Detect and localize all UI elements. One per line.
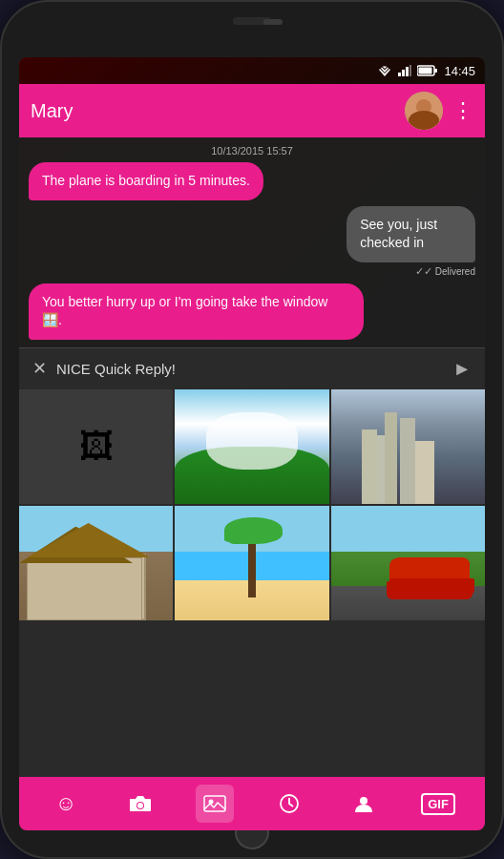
message-text-1: The plane is boarding in 5 minutes. (42, 173, 250, 188)
gif-button[interactable]: GIF (419, 785, 457, 823)
svg-rect-6 (410, 65, 411, 76)
photo-beach[interactable] (175, 506, 328, 620)
contact-name: Mary (31, 100, 395, 122)
message-bubble-2: See you, just checked in (346, 206, 475, 262)
svg-rect-8 (434, 69, 437, 73)
message-bubble-1: The plane is boarding in 5 minutes. (29, 162, 263, 200)
message-text-2: See you, just checked in (360, 217, 437, 251)
contact-button[interactable] (345, 785, 383, 823)
svg-rect-3 (398, 73, 401, 76)
delivery-status: ✓✓ Delivered (415, 265, 475, 278)
chat-container: Mary ⋮ 10/13/2015 15:57 The plane is boa… (19, 84, 485, 389)
close-icon[interactable]: ✕ (32, 358, 47, 379)
bottom-toolbar: ☺ (19, 777, 485, 830)
more-options-icon[interactable]: ⋮ (452, 98, 473, 123)
phone-shell: 14:45 Mary ⋮ 10/13/2015 15:57 The plane … (0, 0, 504, 859)
quick-reply-bar: ✕ NICE Quick Reply! ► (19, 347, 485, 389)
svg-point-11 (137, 803, 143, 808)
delivery-text: Delivered (435, 266, 475, 277)
gallery-icon: 🖼 (79, 427, 114, 467)
photo-grid: 🖼 (19, 389, 485, 777)
svg-rect-5 (406, 67, 409, 76)
chat-header: Mary ⋮ (19, 84, 485, 137)
svg-rect-12 (204, 796, 225, 811)
message-group-2: See you, just checked in ✓✓ Delivered (304, 206, 475, 278)
emoji-icon: ☺ (55, 791, 76, 816)
svg-marker-2 (383, 66, 387, 69)
gif-label: GIF (421, 793, 455, 815)
svg-point-15 (360, 797, 368, 805)
check-marks-icon: ✓✓ (415, 265, 432, 278)
avatar (405, 92, 443, 130)
camera-button[interactable] (121, 785, 159, 823)
phone-screen: 14:45 Mary ⋮ 10/13/2015 15:57 The plane … (19, 57, 485, 830)
photo-snow[interactable] (175, 389, 328, 504)
photo-redcar[interactable] (331, 506, 485, 620)
signal-icon (398, 65, 411, 76)
recent-button[interactable] (270, 785, 308, 823)
speaker-grill (263, 19, 283, 25)
image-button[interactable] (196, 785, 234, 823)
status-bar: 14:45 (19, 57, 485, 84)
message-bubble-3: You better hurry up or I'm going take th… (29, 283, 364, 340)
camera-icon (129, 794, 152, 813)
emoji-button[interactable]: ☺ (47, 785, 85, 823)
battery-icon (417, 65, 438, 76)
recent-icon (279, 793, 300, 814)
photo-house[interactable] (19, 506, 173, 620)
svg-rect-4 (402, 70, 405, 76)
svg-rect-9 (419, 68, 432, 74)
contact-icon (353, 793, 374, 814)
photo-grid-section: 🖼 (19, 389, 485, 777)
messages-area: The plane is boarding in 5 minutes. See … (19, 162, 485, 347)
status-time: 14:45 (444, 64, 475, 78)
message-text-3: You better hurry up or I'm going take th… (42, 294, 327, 328)
photo-industrial[interactable] (331, 389, 485, 504)
image-icon (203, 794, 226, 813)
quick-reply-text[interactable]: NICE Quick Reply! (56, 361, 443, 377)
message-timestamp: 10/13/2015 15:57 (19, 137, 485, 162)
wifi-icon (377, 65, 392, 76)
gallery-icon-cell[interactable]: 🖼 (19, 389, 173, 504)
send-icon[interactable]: ► (452, 358, 472, 380)
